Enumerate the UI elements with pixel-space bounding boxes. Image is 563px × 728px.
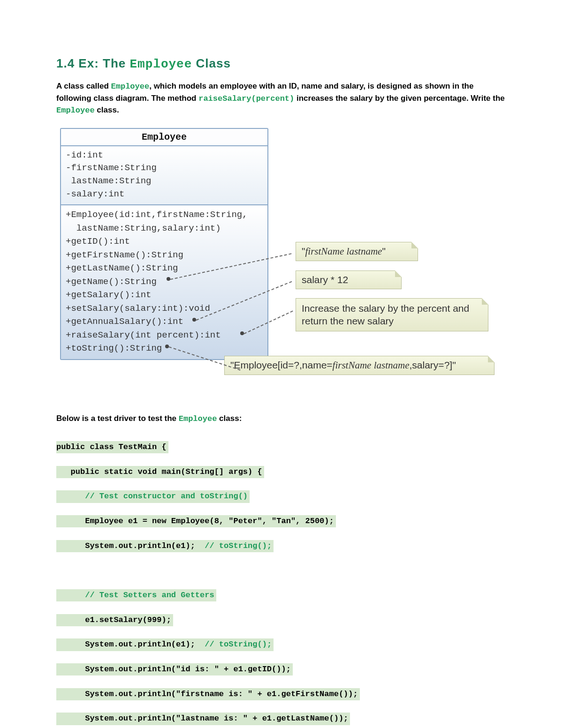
code-line: System.out.println("id is: " + e1.getID(… (56, 663, 293, 675)
code-comment: // Test Setters and Getters (56, 589, 216, 601)
code-line: System.out.println(e1); (56, 541, 205, 550)
note-annualsalary: salary * 12 (296, 270, 402, 289)
note1-q2: " (382, 246, 385, 256)
heading-prefix: 1.4 Ex: The (56, 56, 130, 70)
uml-diagram: Employee -id:int -firstName:String lastN… (56, 128, 507, 405)
code-line: public static void main(String[] args) { (56, 466, 264, 478)
note4-c: ,salary=?]" (410, 360, 456, 370)
heading-suffix: Class (192, 56, 231, 70)
note3-body: Increase the salary by the percent and r… (302, 303, 469, 326)
intro-kw2: raiseSalary(percent) (198, 94, 294, 103)
leader-dot (165, 345, 169, 348)
subintro-t1: Below is a test driver to test the (56, 414, 179, 423)
code-line: System.out.println(e1); (56, 640, 205, 649)
subintro-t2: class: (217, 414, 242, 423)
uml-methods: +Employee(id:int,firstName:String, lastN… (61, 205, 267, 359)
blank-line (56, 564, 507, 577)
note2-body: salary * 12 (302, 274, 348, 285)
note-getname: "firstName lastname" (296, 242, 418, 261)
code-listing: public class TestMain { public static vo… (56, 429, 507, 728)
note1-body: firstName lastname (305, 246, 382, 257)
code-comment: // Test constructor and toString() (56, 490, 250, 503)
uml-class-box: Employee -id:int -firstName:String lastN… (60, 128, 268, 360)
intro-kw1: Employee (111, 82, 150, 91)
intro-paragraph: A class called Employee, which models an… (56, 81, 507, 117)
code-line: System.out.println("firstname is: " + e1… (56, 688, 360, 700)
note-raisesalary: Increase the salary by the percent and r… (296, 298, 488, 331)
note-tostring: "Employee[id=?,name=firstName lastname,s… (224, 356, 495, 375)
note4-a: "Employee[id=?,name= (230, 360, 333, 370)
intro-t3: increases the salary by the given percen… (294, 94, 504, 103)
uml-class-name: Employee (61, 129, 267, 146)
heading-code: Employee (130, 57, 192, 71)
note4-b: firstName lastname (333, 360, 410, 371)
intro-t1: A class called (56, 82, 111, 90)
code-comment: // toString(); (205, 640, 272, 649)
code-comment: // toString(); (205, 541, 272, 550)
section-heading: 1.4 Ex: The Employee Class (56, 56, 507, 71)
page: 1.4 Ex: The Employee Class A class calle… (0, 0, 563, 728)
subintro-kw: Employee (179, 414, 217, 423)
test-driver-intro: Below is a test driver to test the Emplo… (56, 413, 507, 425)
uml-attributes: -id:int -firstName:String lastName:Strin… (61, 146, 267, 205)
code-line: public class TestMain { (56, 441, 168, 453)
code-line: System.out.println("lastname is: " + e1.… (56, 713, 350, 725)
code-line: Employee e1 = new Employee(8, "Peter", "… (56, 515, 336, 527)
intro-kw3: Employee (56, 106, 95, 115)
code-line: e1.setSalary(999); (56, 614, 173, 626)
intro-t4: class. (95, 105, 119, 114)
